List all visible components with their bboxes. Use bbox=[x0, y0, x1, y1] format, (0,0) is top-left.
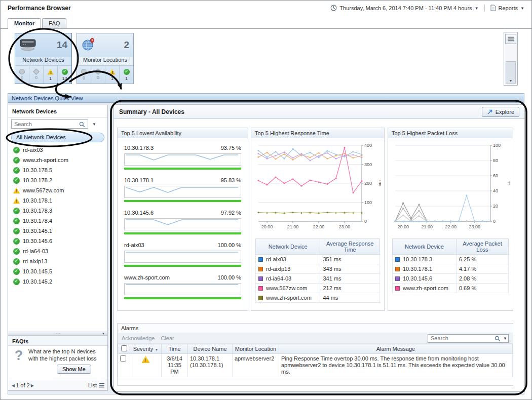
device-name: 10.30.178.5 bbox=[23, 167, 52, 173]
tile-status-strip: 0 0 1 1 bbox=[77, 65, 133, 84]
select-all-checkbox[interactable] bbox=[121, 345, 127, 351]
availability-device: 10.30.178.3 bbox=[124, 145, 154, 151]
device-name: 10.30.178.1 bbox=[23, 197, 52, 204]
svg-text:23:00: 23:00 bbox=[339, 224, 351, 229]
splitter-collapse-icon[interactable]: ▼ bbox=[100, 332, 106, 335]
list-view-toggle[interactable]: List bbox=[88, 382, 105, 388]
device-list-item[interactable]: 10.30.178.5 bbox=[8, 165, 107, 175]
alarm-row[interactable]: 3/6/14 11:35 PM 10.30.178.1 (10.30.178.1… bbox=[118, 354, 513, 377]
alarms-box: Alarms Acknowledge Clear ▼ Severity ▼ bbox=[117, 323, 513, 386]
availability-value: 93.75 % bbox=[221, 145, 241, 151]
warning-count: 1 bbox=[49, 76, 52, 81]
column-header-severity[interactable]: Severity ▼ bbox=[130, 344, 162, 354]
device-list-item[interactable]: rd-aixlp13 bbox=[8, 256, 107, 266]
device-list-item[interactable]: 10.30.178.4 bbox=[8, 216, 107, 226]
tile-monitor-locations[interactable]: 2 Monitor Locations 0 0 1 1 bbox=[77, 33, 134, 84]
faq-question: What are the top N devices with the high… bbox=[28, 348, 104, 362]
search-icon[interactable] bbox=[495, 336, 501, 343]
tab-bar: Monitor FAQ bbox=[1, 17, 531, 29]
device-list-item[interactable]: 10.30.145.1 bbox=[8, 226, 107, 236]
device-name: www.zh-sport.com bbox=[23, 157, 68, 163]
table-row[interactable]: 10.30.145.62.08 % bbox=[393, 274, 509, 284]
avg-packet-loss: 2.08 % bbox=[456, 274, 508, 284]
svg-text:23:00: 23:00 bbox=[469, 224, 480, 229]
device-status-icon bbox=[13, 268, 20, 275]
warning-count: 1 bbox=[111, 76, 113, 81]
availability-device: rd-aix03 bbox=[124, 242, 144, 248]
table-row[interactable]: www.567zw.com212 ms bbox=[256, 284, 380, 293]
all-network-devices-item[interactable]: All Network Devices bbox=[11, 133, 104, 142]
explore-button[interactable]: Explore bbox=[482, 107, 519, 117]
device-name: rd-ia64-03 bbox=[266, 275, 291, 282]
reports-menu[interactable]: Reports bbox=[499, 5, 518, 11]
availability-sparkline bbox=[124, 251, 241, 263]
tile-scrollbar[interactable]: ▼ bbox=[506, 61, 516, 84]
quick-view-container: Network Devices Quick View Network Devic… bbox=[8, 93, 524, 394]
availability-bar bbox=[124, 168, 241, 170]
device-list-item[interactable]: 10.30.178.3 bbox=[8, 206, 107, 216]
acknowledge-button[interactable]: Acknowledge bbox=[122, 335, 155, 341]
device-status-icon bbox=[13, 147, 20, 153]
series-color-swatch bbox=[258, 267, 263, 271]
column-header-location[interactable]: Monitor Location bbox=[233, 344, 279, 354]
tile-network-devices[interactable]: 14 Network Devices 0 0 1 13 bbox=[15, 33, 72, 84]
tile-list-button[interactable] bbox=[505, 34, 516, 44]
scroll-down-icon[interactable]: ▼ bbox=[506, 79, 515, 83]
svg-text:80: 80 bbox=[493, 158, 498, 163]
device-list-item[interactable]: rd-aix03 bbox=[8, 145, 107, 155]
device-search-row: ▼ bbox=[8, 117, 107, 132]
table-row[interactable]: rd-aixlp13343 ms bbox=[256, 264, 380, 274]
series-color-swatch bbox=[395, 267, 400, 271]
reports-caret-icon[interactable]: ▼ bbox=[520, 6, 524, 11]
availability-row: 10.30.178.393.75 % bbox=[124, 144, 241, 170]
search-input[interactable] bbox=[11, 119, 88, 129]
time-range-selector[interactable]: Thursday, March 6, 2014 7:40 PM - 11:40 … bbox=[339, 5, 472, 11]
device-list-item[interactable]: www.zh-sport.com bbox=[8, 155, 107, 165]
search-options-caret-icon[interactable]: ▼ bbox=[503, 336, 507, 341]
tile-count: 14 bbox=[57, 39, 67, 51]
page-next-icon[interactable]: ▶ bbox=[30, 383, 35, 388]
tab-faq[interactable]: FAQ bbox=[42, 18, 66, 28]
normal-status-icon bbox=[124, 69, 130, 75]
device-list-item[interactable]: www.567zw.com bbox=[8, 185, 107, 195]
device-name: www.zh-sport.com bbox=[266, 295, 312, 301]
table-row[interactable]: 10.30.178.14.17 % bbox=[393, 264, 509, 274]
show-me-button[interactable]: Show Me bbox=[57, 365, 91, 374]
device-name: 10.30.145.1 bbox=[23, 228, 52, 234]
panel-splitter[interactable]: ⋯▼ bbox=[8, 332, 107, 336]
table-row[interactable]: rd-ia64-03341 ms bbox=[256, 274, 380, 284]
device-list-item[interactable]: 10.30.178.2 bbox=[8, 175, 107, 185]
explore-icon bbox=[487, 109, 493, 115]
alarm-message: Ping Response Time overtop 30.00 ms. The… bbox=[279, 354, 513, 377]
column-header: Network Device bbox=[393, 239, 457, 255]
table-row[interactable]: 10.30.178.36.25 % bbox=[393, 255, 509, 264]
clock-icon bbox=[330, 5, 337, 12]
column-header-time[interactable]: Time bbox=[162, 344, 188, 354]
availability-box: Top 5 Lowest Availability 10.30.178.393.… bbox=[117, 128, 248, 311]
device-list-item[interactable]: 10.30.145.5 bbox=[8, 266, 107, 276]
device-name: 10.30.178.2 bbox=[23, 177, 52, 183]
tab-monitor[interactable]: Monitor bbox=[8, 18, 41, 29]
alarms-toolbar: Acknowledge Clear ▼ bbox=[118, 333, 513, 344]
device-list-item[interactable]: rd-ia64-03 bbox=[8, 246, 107, 256]
alarm-checkbox[interactable] bbox=[120, 355, 126, 362]
device-list-item[interactable]: 10.30.145.2 bbox=[8, 276, 107, 287]
column-header-device[interactable]: Device Name bbox=[188, 344, 233, 354]
page-prev-icon[interactable]: ◀ bbox=[11, 383, 16, 388]
series-color-swatch bbox=[395, 257, 400, 262]
table-row[interactable]: www.zh-sport.com44 ms bbox=[256, 293, 380, 303]
availability-bar bbox=[124, 297, 241, 299]
search-options-caret-icon[interactable]: ▼ bbox=[92, 122, 96, 127]
table-row[interactable]: www.zh-sport.com0.69 % bbox=[393, 284, 509, 293]
availability-bar bbox=[124, 200, 241, 202]
column-header-message[interactable]: Alarm Message bbox=[279, 344, 513, 354]
time-range-caret-icon[interactable]: ▼ bbox=[475, 6, 479, 11]
clear-button[interactable]: Clear bbox=[161, 335, 174, 341]
tile-label: Network Devices bbox=[15, 57, 71, 65]
search-icon[interactable] bbox=[79, 122, 85, 129]
table-row[interactable]: rd-aix03351 ms bbox=[256, 255, 380, 264]
faqts-footer: ◀ 1 of 2 ▶ List bbox=[8, 380, 107, 390]
device-list-item[interactable]: 10.30.178.1 bbox=[8, 195, 107, 206]
device-list-item[interactable]: 10.30.145.6 bbox=[8, 236, 107, 246]
device-status-icon bbox=[13, 248, 20, 255]
